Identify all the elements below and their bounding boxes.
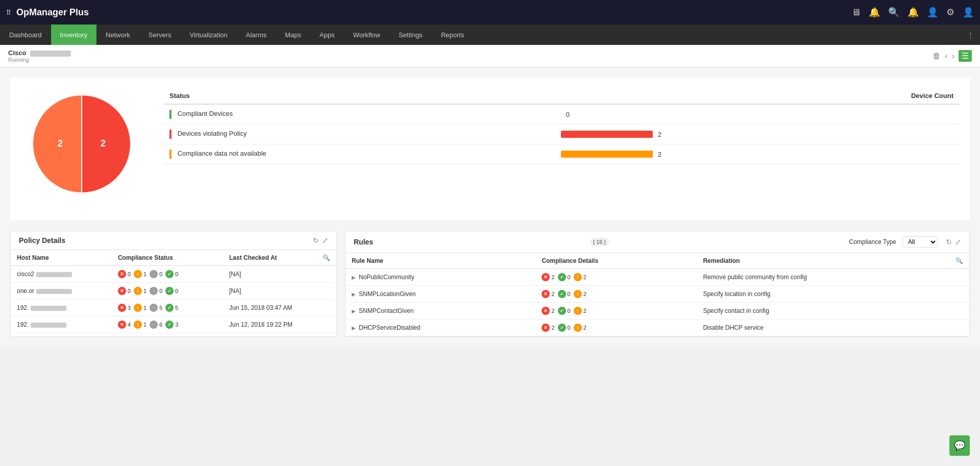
user-icon[interactable]: 👤 [927,7,938,18]
expand-arrow[interactable]: ▶ [352,275,356,280]
rules-body: Rule Name Compliance Details Remediation… [346,253,969,336]
status-section: Status Device Count Compliant Devices [163,88,960,164]
status-count: 0 [175,271,178,277]
rules-table-row[interactable]: ▶SNMPContactGiven ✕2 ✓0 !2 Specify conta… [346,303,969,320]
count-col-header: Device Count [555,88,960,104]
rules-table-row[interactable]: ▶DHCPServiceDisabled ✕2 ✓0 !2 Disable DH… [346,320,969,336]
status-icon-green: ✓ [165,287,174,295]
nav-alarms[interactable]: Alarms [237,24,276,45]
hostname-blurred [31,306,66,311]
policy-table-row[interactable]: cisco2 ✕0!1·0✓0[NA] [11,266,336,283]
nav-dashboard[interactable]: Dashboard [0,24,51,45]
status-count: 3 [128,305,131,311]
monitor-icon[interactable]: 🖥 [851,7,861,18]
last-checked-cell: Jun 12, 2018 19:22 PM [223,316,336,333]
status-icon-gray: · [150,287,158,295]
compliant-indicator [169,110,172,119]
expand-arrow[interactable]: ▶ [352,325,356,331]
status-count: 1 [143,322,146,328]
nav-virtualization[interactable]: Virtualization [181,24,237,45]
remediation-search-icon[interactable]: 🔍 [955,257,963,264]
status-icons: ✕0!1·0✓0 [118,287,217,295]
rules-expand-icon[interactable]: ⤢ [955,238,961,246]
compliance-type-label: Compliance Type [849,238,897,246]
unavailable-bar [561,151,653,158]
remediation-text: Disable DHCP service [697,320,969,336]
green-icon: ✓ [558,307,566,315]
orange-icon: ! [574,273,582,281]
status-count: 0 [128,288,131,294]
rules-panel: Rules [ 16 ] Compliance Type All SNMP DH… [345,231,970,337]
status-icon-orange: ! [134,304,142,312]
policy-table-row[interactable]: 192. ✕3!1·5✓5Jun 15, 2018 03:47 AM [11,300,336,316]
nav-network[interactable]: Network [96,24,139,45]
menu-icon[interactable]: ☰ [959,50,972,62]
red-icon: ✕ [542,307,550,315]
nav-reports[interactable]: Reports [432,24,474,45]
bell-outline-icon[interactable]: 🔔 [869,7,880,18]
nav-apps[interactable]: Apps [310,24,344,45]
violating-bar [561,131,653,138]
hostname-text: cisco2 [17,271,34,278]
status-count: 5 [175,305,178,311]
status-icon-gray: · [150,304,158,312]
expand-arrow[interactable]: ▶ [352,291,356,297]
status-icon-green: ✓ [165,321,174,329]
last-checked-cell: [NA] [223,283,336,300]
status-icon-red: ✕ [118,304,126,312]
nav-workflow[interactable]: Workflow [344,24,389,45]
nav-servers[interactable]: Servers [139,24,181,45]
nav-more-icon[interactable]: ⋮ [961,24,980,45]
search-icon[interactable]: 🔍 [888,7,899,18]
hostname-blurred [36,289,72,294]
expand-arrow[interactable]: ▶ [352,308,356,314]
status-count: 1 [143,271,146,277]
policy-table-row[interactable]: one.or ✕0!1·0✓0[NA] [11,283,336,300]
hostname-text: 192. [17,304,29,311]
compliance-details-col: Compliance Details [535,253,697,269]
policy-details-body: Host Name Compliance Status Last Checked… [11,250,336,333]
orange-icon: ! [574,307,582,315]
status-text: Running [8,57,933,63]
rules-table-row[interactable]: ▶SNMPLocationGiven ✕2 ✓0 !2 Specify loca… [346,286,969,303]
profile-icon[interactable]: 👤 [963,7,974,18]
remediation-text: Remove public community from config [697,269,969,286]
status-count: 0 [175,288,178,294]
forward-icon[interactable]: › [952,52,954,61]
status-icon-red: ✕ [118,270,126,278]
red-icon: ✕ [542,273,550,281]
status-icon-red: ✕ [118,321,126,329]
policy-refresh-icon[interactable]: ↻ [313,236,319,244]
rules-refresh-icon[interactable]: ↻ [946,238,952,246]
remediation-text: Specify location in config [697,286,969,303]
green-icon: ✓ [558,290,566,298]
nav-settings[interactable]: Settings [389,24,432,45]
grid-icon[interactable]: ⠿ [6,9,11,16]
policy-expand-icon[interactable]: ⤢ [322,236,328,244]
pie-label-right: 2 [101,138,106,149]
pie-segment-red [82,95,130,192]
back-icon[interactable]: ‹ [945,52,947,61]
settings-icon[interactable]: ⚙ [946,7,954,18]
status-count: 6 [159,322,162,328]
status-col-header: Status [163,88,555,104]
rules-table-row[interactable]: ▶NoPublicCommunity ✕2 ✓0 !2 Remove publi… [346,269,969,286]
last-checked-cell: [NA] [223,266,336,283]
delete-icon[interactable]: 🗑 [933,52,941,61]
status-icon-green: ✓ [165,304,174,312]
status-icon-orange: ! [134,270,142,278]
red-icon: ✕ [542,290,550,298]
last-checked-search-icon[interactable]: 🔍 [323,254,330,261]
status-icons: ✕3!1·5✓5 [118,304,217,312]
hostname-blurred [36,272,72,277]
nav-maps[interactable]: Maps [276,24,310,45]
compliance-status-col: Compliance Status [112,250,223,266]
alert-bell-icon[interactable]: 🔔 [908,7,919,18]
hostname-blurred [31,323,66,328]
status-count: 0 [159,271,162,277]
nav-inventory[interactable]: Inventory [51,24,96,45]
compliance-type-select[interactable]: All SNMP DHCP [902,236,938,248]
rules-actions: ↻ ⤢ [946,238,961,246]
remediation-col: Remediation 🔍 [697,253,969,269]
policy-table-row[interactable]: 192. ✕4!1·6✓3Jun 12, 2018 19:22 PM [11,316,336,333]
